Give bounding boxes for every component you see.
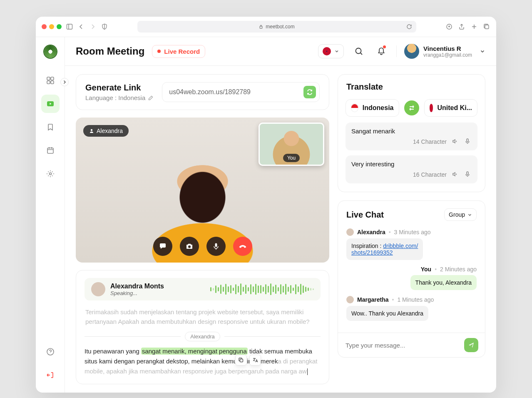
chat-bubble: Thank you, Alexandra — [410, 275, 477, 290]
transcript-card: Alexandra Monts Speaking... Terimakasih … — [76, 270, 329, 384]
transcript-separator: Alexandra — [85, 332, 321, 341]
browser-titlebar: meetbot.com — [36, 17, 496, 37]
svg-rect-5 — [51, 77, 54, 80]
chat-composer — [338, 333, 485, 357]
sidebar-toggle-icon[interactable] — [66, 23, 73, 30]
highlighted-text: sangat menarik, mengingat pengguna — [141, 348, 248, 355]
svg-point-14 — [188, 245, 191, 248]
app-window: meetbot.com Room Me — [36, 17, 496, 393]
user-name: Vincentius R — [423, 45, 472, 52]
user-avatar — [404, 44, 419, 59]
flag-uk-icon — [323, 47, 331, 55]
sidebar-item-dashboard[interactable] — [41, 71, 60, 90]
participant-tag: Alexandra — [83, 125, 129, 137]
regenerate-link-button[interactable] — [303, 86, 316, 98]
svg-rect-0 — [67, 24, 72, 29]
app-header: Room Meeting Live Record Vincentius R — [65, 37, 496, 66]
svg-rect-18 — [467, 172, 468, 175]
edit-language-button[interactable] — [148, 95, 154, 101]
chevron-down-icon — [334, 49, 339, 54]
generate-link-card: Generate Link Language : Indonesia us04w… — [76, 74, 329, 110]
window-controls — [42, 24, 62, 29]
mic-icon[interactable] — [464, 138, 472, 145]
chat-toggle-button[interactable] — [153, 237, 172, 256]
share-icon[interactable] — [458, 23, 465, 30]
svg-rect-7 — [51, 81, 54, 84]
notifications-button[interactable] — [374, 44, 389, 59]
chat-bubble: Wow.. Thank you Alexandra — [346, 306, 428, 321]
swap-languages-button[interactable] — [404, 100, 419, 115]
nav-forward-icon[interactable] — [89, 23, 97, 30]
sidebar-expand-button[interactable] — [60, 78, 69, 86]
nav-back-icon[interactable] — [77, 23, 85, 30]
waveform-icon — [169, 283, 314, 295]
chat-input[interactable] — [345, 338, 460, 352]
page-title: Room Meeting — [76, 45, 144, 57]
download-icon[interactable] — [445, 23, 453, 30]
chevron-down-icon — [467, 213, 472, 217]
transcript-previous: Terimakasih sudah menjelaskan tentang pr… — [85, 307, 320, 327]
chat-filter[interactable]: Group — [444, 208, 477, 221]
sidebar-item-bookmarks[interactable] — [41, 118, 60, 136]
sidebar-item-calendar[interactable] — [41, 141, 60, 160]
svg-point-10 — [49, 173, 51, 175]
search-button[interactable] — [351, 44, 366, 59]
sidebar-item-video[interactable] — [41, 95, 60, 113]
translate-item: Sangat menarik 14 Character — [346, 123, 477, 150]
user-email: vrangga1@gmail.com — [423, 52, 472, 58]
close-icon[interactable] — [42, 24, 47, 29]
chat-message: You•2 Minutes ago Thank you, Alexandra — [346, 266, 477, 290]
svg-point-13 — [91, 129, 92, 131]
svg-rect-3 — [485, 25, 489, 29]
chat-bubble: Inspiration : dribbble.com/ shots/216993… — [346, 238, 423, 260]
video-pip[interactable]: You — [259, 123, 324, 166]
language-selector[interactable] — [318, 44, 344, 58]
translate-button[interactable] — [249, 355, 261, 365]
svg-rect-15 — [215, 243, 217, 247]
svg-rect-6 — [47, 81, 50, 84]
svg-rect-17 — [467, 139, 468, 142]
shield-icon[interactable] — [101, 23, 108, 30]
user-menu[interactable]: Vincentius R vrangga1@gmail.com — [404, 44, 485, 59]
mic-toggle-button[interactable] — [206, 237, 226, 256]
new-tab-icon[interactable] — [470, 23, 478, 30]
maximize-icon[interactable] — [57, 24, 62, 29]
sidebar — [36, 37, 65, 393]
tabs-icon[interactable] — [483, 23, 490, 30]
meeting-link-text: us04web.zoom.us/1892789 — [169, 88, 251, 96]
app-logo[interactable] — [44, 45, 57, 58]
speaker-status: Speaking... — [110, 290, 164, 296]
titlebar-actions — [445, 23, 490, 30]
chevron-down-icon — [480, 48, 485, 54]
sidebar-item-logout[interactable] — [41, 366, 60, 384]
copy-button[interactable] — [235, 355, 247, 365]
sidebar-item-help[interactable] — [41, 343, 60, 361]
translate-from[interactable]: Indonesia — [346, 99, 399, 117]
minimize-icon[interactable] — [49, 24, 54, 29]
speaker-avatar — [91, 282, 105, 296]
speaker-bar: Alexandra Monts Speaking... — [85, 278, 321, 300]
svg-rect-9 — [47, 148, 53, 153]
text-hover-tools — [235, 355, 261, 365]
video-controls — [153, 237, 252, 256]
sidebar-item-settings[interactable] — [41, 165, 60, 183]
address-bar[interactable]: meetbot.com — [137, 21, 416, 33]
mic-icon[interactable] — [464, 171, 472, 178]
chat-message: Alexandra•3 Minutes ago Inspiration : dr… — [346, 228, 477, 260]
refresh-icon[interactable] — [405, 23, 413, 30]
pip-label: You — [283, 154, 300, 162]
speaker-icon[interactable] — [452, 138, 459, 145]
speaker-icon[interactable] — [452, 171, 459, 178]
send-button[interactable] — [464, 338, 478, 352]
translate-panel: Translate Indonesia United Ki... Sangat … — [338, 74, 485, 192]
transcript-current[interactable]: Itu penawaran yang sangat menarik, mengi… — [85, 346, 321, 376]
translate-to[interactable]: United Ki... — [424, 99, 478, 117]
svg-rect-1 — [260, 26, 262, 28]
camera-toggle-button[interactable] — [180, 237, 199, 256]
divider — [396, 45, 397, 57]
end-call-button[interactable] — [233, 237, 252, 256]
svg-point-12 — [356, 48, 361, 54]
speaker-name: Alexandra Monts — [110, 283, 164, 290]
meeting-link-field[interactable]: us04web.zoom.us/1892789 — [162, 82, 320, 102]
flag-uk-icon — [430, 104, 433, 112]
